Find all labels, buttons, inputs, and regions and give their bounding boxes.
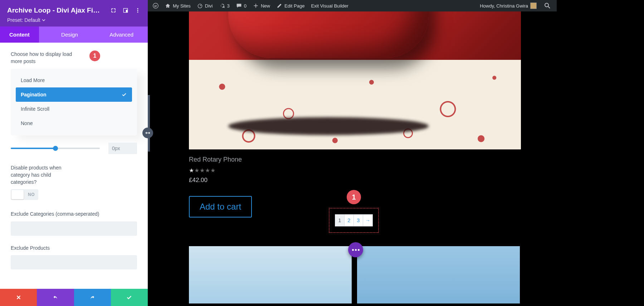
panel-tabs: Content Design Advanced: [0, 27, 148, 43]
preset-selector[interactable]: Preset: Default: [7, 17, 141, 23]
toggle-state: NO: [24, 192, 38, 197]
avatar: [530, 3, 537, 9]
gauge-icon: [197, 3, 203, 9]
tab-design[interactable]: Design: [39, 27, 101, 43]
panel-footer: [0, 289, 148, 306]
panel-body: Choose how to display load more posts 1 …: [0, 43, 148, 289]
tab-content[interactable]: Content: [0, 27, 39, 43]
display-mode-options: Load More Pagination Infinite Scroll Non…: [11, 69, 137, 135]
svg-rect-4: [126, 10, 128, 12]
option-pagination[interactable]: Pagination: [16, 87, 132, 102]
exclude-products-label: Exclude Products: [11, 244, 137, 252]
display-mode-label: Choose how to display load more posts: [11, 51, 82, 65]
panel-resize-handle[interactable]: [148, 95, 150, 152]
disable-products-label: Disable products when category has child…: [11, 164, 72, 186]
option-none[interactable]: None: [16, 116, 132, 130]
kebab-icon[interactable]: [135, 8, 141, 13]
panel-title: Archive Loop - Divi Ajax Filt...: [7, 6, 100, 14]
resize-horizontal-icon: [145, 130, 151, 136]
svg-point-5: [137, 8, 138, 9]
pagination-callout: 1 2 3 →: [329, 208, 379, 233]
spacing-slider-row: [11, 143, 137, 154]
product-title[interactable]: Red Rotary Phone: [189, 156, 521, 163]
exclude-products-input[interactable]: [11, 255, 137, 269]
updates-menu[interactable]: 3: [216, 0, 233, 11]
page-3[interactable]: 3: [354, 215, 363, 226]
svg-point-6: [137, 10, 138, 11]
update-icon: [219, 3, 225, 9]
option-pagination-label: Pagination: [21, 92, 47, 97]
check-icon: [126, 294, 132, 301]
exclude-categories-label: Exclude Categories (comma-seperated): [11, 210, 137, 217]
expand-icon[interactable]: [111, 8, 116, 13]
wordpress-icon: [153, 3, 158, 9]
toggle-knob: [11, 190, 24, 199]
spacing-value[interactable]: [108, 143, 137, 154]
comments-count: 0: [244, 3, 247, 9]
svg-point-2: [545, 3, 548, 7]
divi-settings-panel: Archive Loop - Divi Ajax Filt... Preset:…: [0, 0, 148, 306]
site-label: Divi: [205, 3, 213, 9]
exit-label: Exit Visual Builder: [311, 3, 348, 9]
new-menu[interactable]: New: [250, 0, 273, 11]
spacing-slider[interactable]: [11, 148, 100, 149]
page-next[interactable]: →: [363, 215, 372, 226]
save-button[interactable]: [111, 289, 148, 306]
slider-thumb[interactable]: [53, 146, 58, 151]
close-icon: [15, 294, 22, 301]
redo-icon: [89, 294, 96, 301]
row-image-left[interactable]: [189, 246, 352, 303]
panel-header: Archive Loop - Divi Ajax Filt... Preset:…: [0, 0, 148, 27]
row-image-right[interactable]: [357, 246, 520, 303]
preset-label: Preset:: [7, 17, 23, 23]
new-label: New: [261, 3, 270, 9]
panel-resize-knob[interactable]: [142, 128, 153, 138]
preset-value: Default: [24, 17, 40, 23]
check-icon: [121, 92, 127, 97]
svg-point-0: [153, 3, 158, 8]
page-1[interactable]: 1: [335, 215, 345, 226]
step-badge: 1: [89, 51, 100, 61]
tab-advanced[interactable]: Advanced: [100, 27, 148, 43]
exit-builder[interactable]: Exit Visual Builder: [308, 0, 351, 11]
add-to-cart-button[interactable]: Add to cart: [189, 196, 252, 217]
plus-icon: [253, 3, 259, 9]
callout-badge: 1: [347, 190, 361, 204]
mysites-menu[interactable]: My Sites: [162, 0, 194, 11]
responsive-icon[interactable]: [123, 8, 128, 13]
product-price: £42.00: [189, 177, 521, 184]
divi-section-fab[interactable]: [348, 242, 363, 257]
howdy-label: Howdy, Christina Gwira: [480, 3, 528, 9]
undo-button[interactable]: [37, 289, 74, 306]
cancel-button[interactable]: [0, 289, 37, 306]
redo-button[interactable]: [74, 289, 111, 306]
site-menu[interactable]: Divi: [194, 0, 216, 11]
wp-adminbar: My Sites Divi 3 0 New Edit Page Exit Vis…: [148, 0, 557, 11]
updates-count: 3: [227, 3, 230, 9]
adminbar-search[interactable]: [541, 0, 554, 11]
disable-products-toggle[interactable]: NO: [11, 189, 38, 200]
wp-logo-menu[interactable]: [150, 0, 161, 11]
mysites-label: My Sites: [173, 3, 191, 9]
undo-icon: [52, 294, 59, 301]
exclude-categories-input[interactable]: [11, 221, 137, 236]
pencil-icon: [277, 3, 282, 9]
chevron-down-icon: [42, 18, 45, 22]
option-load-more[interactable]: Load More: [16, 73, 132, 87]
page-2[interactable]: 2: [345, 215, 354, 226]
editpage-menu[interactable]: Edit Page: [274, 0, 307, 11]
search-icon: [544, 2, 551, 9]
product-image[interactable]: [189, 11, 521, 149]
option-infinite-scroll[interactable]: Infinite Scroll: [16, 102, 132, 116]
howdy-menu[interactable]: Howdy, Christina Gwira: [477, 0, 540, 11]
editpage-label: Edit Page: [284, 3, 304, 9]
house-icon: [165, 3, 171, 9]
comment-icon: [236, 3, 242, 9]
comments-menu[interactable]: 0: [233, 0, 249, 11]
product-card: Red Rotary Phone ★★★★★ £42.00 Add to car…: [189, 11, 521, 217]
svg-point-7: [137, 11, 138, 13]
page-preview: Red Rotary Phone ★★★★★ £42.00 Add to car…: [148, 11, 557, 306]
pagination: 1 2 3 →: [335, 214, 373, 226]
product-rating: ★★★★★: [189, 167, 521, 174]
